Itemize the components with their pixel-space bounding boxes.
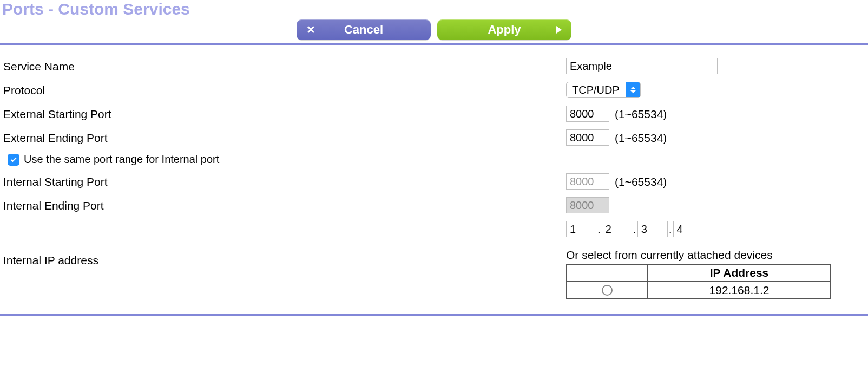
attached-devices-table: IP Address 192.168.1.2 [566, 264, 831, 299]
same-port-range-label: Use the same port range for Internal por… [24, 153, 219, 166]
table-header-empty [567, 264, 648, 281]
cancel-button[interactable]: ✕ Cancel [297, 19, 431, 40]
apply-button-label: Apply [488, 23, 521, 37]
or-select-label: Or select from currently attached device… [566, 249, 831, 260]
service-name-input[interactable] [566, 58, 718, 74]
apply-button[interactable]: Apply [437, 19, 571, 40]
protocol-select-value: TCP/UDP [567, 82, 626, 97]
internal-starting-port-input [566, 173, 609, 190]
device-radio[interactable] [602, 285, 613, 296]
internal-ending-port-input [566, 197, 609, 213]
ip-octet-4-input[interactable] [673, 221, 703, 237]
external-starting-port-label: External Starting Port [3, 108, 566, 120]
close-icon: ✕ [306, 23, 315, 36]
internal-ip-label: Internal IP address [3, 255, 566, 266]
ip-octet-3-input[interactable] [637, 221, 668, 237]
external-ending-port-input[interactable] [566, 129, 609, 146]
internal-starting-port-label: Internal Starting Port [3, 176, 566, 187]
external-starting-port-input[interactable] [566, 106, 609, 122]
updown-icon [626, 82, 640, 97]
protocol-select[interactable]: TCP/UDP [566, 82, 641, 98]
service-name-label: Service Name [3, 61, 566, 72]
cancel-button-label: Cancel [344, 23, 383, 37]
internal-ending-port-label: Internal Ending Port [3, 200, 566, 211]
dot-separator: . [668, 224, 673, 235]
ip-octet-2-input[interactable] [602, 221, 632, 237]
same-port-range-checkbox[interactable] [8, 154, 19, 166]
table-header-row: IP Address [567, 264, 831, 281]
form-area: Service Name Protocol TCP/UDP External S… [0, 45, 868, 314]
check-icon [10, 156, 17, 164]
divider-bottom [0, 314, 868, 316]
external-ending-port-label: External Ending Port [3, 132, 566, 144]
page-title: Ports - Custom Services [0, 0, 190, 18]
device-ip-cell: 192.168.1.2 [648, 281, 831, 298]
table-header-ip: IP Address [648, 264, 831, 281]
dot-separator: . [632, 224, 637, 235]
ip-octet-1-input[interactable] [566, 221, 596, 237]
port-range-hint: (1~65534) [615, 108, 667, 120]
port-range-hint: (1~65534) [615, 132, 667, 144]
table-row: 192.168.1.2 [567, 281, 831, 298]
dot-separator: . [596, 224, 602, 235]
port-range-hint: (1~65534) [615, 176, 667, 187]
action-button-row: ✕ Cancel Apply [0, 19, 868, 40]
protocol-label: Protocol [3, 84, 566, 96]
play-icon [556, 26, 562, 34]
